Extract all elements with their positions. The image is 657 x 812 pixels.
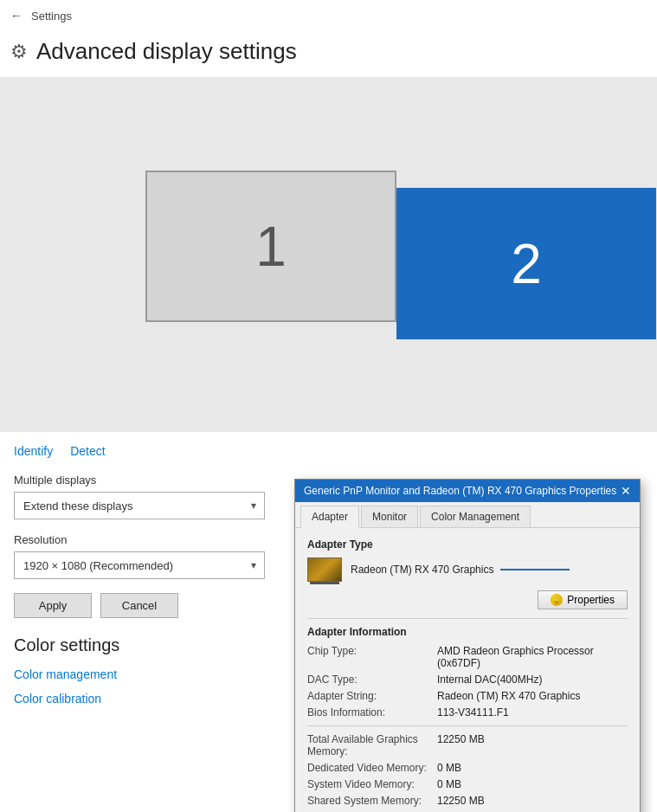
adapter-info-label: Adapter Information	[307, 626, 628, 638]
info-key-bios: Bios Information:	[307, 706, 437, 719]
monitor-2[interactable]: 2	[396, 188, 656, 339]
info-key-dedicated: Dedicated Video Memory:	[307, 762, 437, 774]
detect-button[interactable]: Detect	[70, 444, 105, 458]
info-value-chip: AMD Radeon Graphics Processor (0x67DF)	[437, 645, 628, 669]
dialog-titlebar: Generic PnP Monitor and Radeon (TM) RX 4…	[295, 480, 640, 502]
info-value-dedicated: 0 MB	[437, 762, 461, 774]
adapter-name-text: Radeon (TM) RX 470 Graphics	[351, 564, 493, 576]
multiple-displays-dropdown-wrapper: Extend these displays Duplicate these di…	[14, 492, 265, 519]
top-bar: ← Settings	[0, 0, 657, 31]
info-key-system-video: System Video Memory:	[307, 778, 437, 790]
page-header: ⚙ Advanced display settings	[0, 31, 657, 77]
monitor-2-label: 2	[511, 232, 542, 296]
dialog-body: Adapter Type Radeon (TM) RX 470 Graphics…	[295, 528, 640, 812]
info-row-dedicated: Dedicated Video Memory: 0 MB	[307, 762, 628, 774]
info-value-shared: 12250 MB	[437, 795, 485, 807]
info-key-total-memory: Total Available Graphics Memory:	[307, 733, 437, 757]
adapter-type-label: Adapter Type	[307, 538, 628, 551]
page-title: Advanced display settings	[36, 38, 297, 65]
divider-1	[307, 618, 628, 619]
info-value-system-video: 0 MB	[437, 778, 461, 790]
info-row-bios: Bios Information: 113-V34111.F1	[307, 706, 628, 719]
dialog-title: Generic PnP Monitor and Radeon (TM) RX 4…	[304, 485, 616, 497]
info-key-dac: DAC Type:	[307, 673, 437, 686]
adapter-name-underline	[500, 569, 570, 570]
gpu-icon	[307, 557, 342, 582]
resolution-dropdown[interactable]: 1920 × 1080 (Recommended) 1280 × 720 102…	[14, 551, 265, 579]
adapter-name-row: Radeon (TM) RX 470 Graphics	[351, 564, 570, 576]
divider-2	[307, 725, 628, 726]
properties-dialog: Generic PnP Monitor and Radeon (TM) RX 4…	[294, 479, 641, 812]
display-preview-area: 1 2	[0, 77, 657, 432]
info-row-system-video: System Video Memory: 0 MB	[307, 778, 628, 790]
info-row-chip: Chip Type: AMD Radeon Graphics Processor…	[307, 645, 628, 669]
dialog-tabs: Adapter Monitor Color Management	[295, 502, 640, 528]
info-row-total-memory: Total Available Graphics Memory: 12250 M…	[307, 733, 628, 757]
info-row-shared: Shared System Memory: 12250 MB	[307, 795, 628, 807]
info-key-chip: Chip Type:	[307, 645, 437, 669]
tab-adapter[interactable]: Adapter	[300, 506, 359, 528]
resolution-dropdown-wrapper: 1920 × 1080 (Recommended) 1280 × 720 102…	[14, 551, 265, 579]
info-row-dac: DAC Type: Internal DAC(400MHz)	[307, 673, 628, 686]
gear-icon: ⚙	[10, 41, 28, 63]
properties-btn-row: 🔒 Properties	[307, 590, 628, 609]
multiple-displays-dropdown[interactable]: Extend these displays Duplicate these di…	[14, 492, 265, 519]
adapter-type-row: Radeon (TM) RX 470 Graphics	[307, 557, 628, 582]
apply-button[interactable]: Apply	[14, 593, 92, 618]
info-value-total-memory: 12250 MB	[437, 733, 485, 757]
cancel-button[interactable]: Cancel	[100, 593, 178, 618]
identify-detect-row: Identify Detect	[14, 444, 643, 458]
properties-button[interactable]: 🔒 Properties	[538, 590, 628, 609]
info-value-adapter-string: Radeon (TM) RX 470 Graphics	[437, 690, 580, 702]
dialog-close-button[interactable]: ✕	[621, 485, 631, 497]
info-value-bios: 113-V34111.F1	[437, 706, 509, 719]
info-key-adapter-string: Adapter String:	[307, 690, 437, 702]
identify-button[interactable]: Identify	[14, 444, 53, 458]
info-row-adapter-string: Adapter String: Radeon (TM) RX 470 Graph…	[307, 690, 628, 702]
info-key-shared: Shared System Memory:	[307, 795, 437, 807]
info-value-dac: Internal DAC(400MHz)	[437, 673, 542, 686]
properties-btn-icon: 🔒	[551, 594, 563, 606]
topbar-title: Settings	[31, 10, 72, 23]
tab-color-management[interactable]: Color Management	[420, 506, 531, 527]
monitor-1[interactable]: 1	[145, 171, 396, 322]
properties-btn-label: Properties	[567, 594, 615, 606]
back-button[interactable]: ←	[10, 9, 23, 23]
tab-monitor[interactable]: Monitor	[361, 506, 418, 527]
monitor-1-label: 1	[255, 215, 287, 279]
